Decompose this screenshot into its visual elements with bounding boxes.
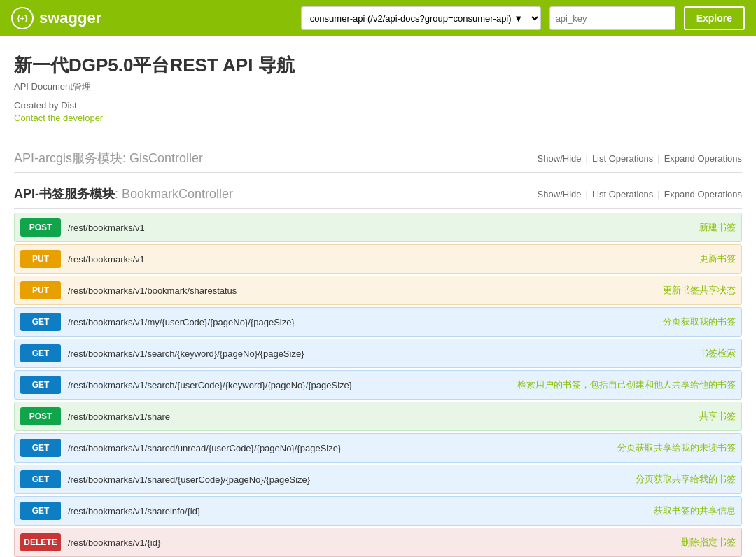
table-row[interactable]: GET/rest/bookmarks/v1/shareinfo/{id}获取书签… [14, 496, 742, 526]
api-path: /rest/bookmarks/v1 [68, 223, 666, 233]
api-description: 分页获取共享给我的未读书签 [617, 442, 736, 454]
table-row[interactable]: GET/rest/bookmarks/v1/shared/{userCode}/… [14, 465, 742, 494]
table-row[interactable]: POST/rest/bookmarks/v1/share共享书签 [14, 402, 742, 431]
contact-link[interactable]: Contact the developer [14, 113, 103, 123]
api-path: /rest/bookmarks/v1/search/{keyword}/{pag… [68, 348, 666, 359]
bookmark-expand-ops[interactable]: Expand Operations [664, 189, 742, 199]
api-path: /rest/bookmarks/v1/bookmark/sharestatus [68, 285, 663, 296]
section-bookmark-header: API-书签服务模块: BookmarkController Show/Hide… [14, 180, 742, 209]
section-arcgis-title: API-arcgis服务模块: GisController [14, 150, 203, 167]
method-badge: PUT [20, 281, 61, 299]
section-bookmark-actions: Show/Hide | List Operations | Expand Ope… [538, 189, 742, 199]
api-description: 更新书签 [666, 253, 736, 265]
logo-text: swagger [39, 9, 102, 27]
method-badge: GET [20, 439, 61, 457]
arcgis-expand-ops[interactable]: Expand Operations [664, 153, 742, 164]
api-path: /rest/bookmarks/v1/my/{userCode}/{pageNo… [68, 317, 663, 327]
explore-button[interactable]: Explore [684, 6, 745, 30]
section-bookmark-title: API-书签服务模块: BookmarkController [14, 185, 233, 202]
page-title: 新一代DGP5.0平台REST API 导航 [14, 53, 742, 78]
table-row[interactable]: GET/rest/bookmarks/v1/my/{userCode}/{pag… [14, 307, 742, 337]
section-arcgis: API-arcgis服务模块: GisController Show/Hide … [14, 144, 742, 173]
method-badge: PUT [20, 250, 61, 268]
bookmark-show-hide[interactable]: Show/Hide [538, 189, 582, 199]
table-row[interactable]: DELETE/rest/bookmarks/v1/{id}删除指定书签 [14, 528, 742, 557]
api-path: /rest/bookmarks/v1/share [68, 411, 666, 422]
created-by: Created by Dist [14, 100, 742, 111]
logo: {+} swagger [11, 7, 102, 29]
api-description: 新建书签 [666, 221, 736, 234]
table-row[interactable]: GET/rest/bookmarks/v1/shared/unread/{use… [14, 433, 742, 463]
section-arcgis-header: API-arcgis服务模块: GisController Show/Hide … [14, 144, 742, 173]
table-row[interactable]: PUT/rest/bookmarks/v1/bookmark/sharestat… [14, 276, 742, 305]
method-badge: GET [20, 313, 61, 331]
logo-icon: {+} [11, 7, 34, 29]
api-select[interactable]: consumer-api (/v2/api-docs?group=consume… [301, 6, 541, 30]
arcgis-list-ops[interactable]: List Operations [592, 153, 653, 164]
api-path: /rest/bookmarks/v1/shareinfo/{id} [68, 506, 654, 516]
table-row[interactable]: PUT/rest/bookmarks/v1更新书签 [14, 244, 742, 274]
method-badge: POST [20, 407, 61, 425]
table-row[interactable]: GET/rest/bookmarks/v1/search/{keyword}/{… [14, 339, 742, 368]
bookmark-divider-1: | [585, 189, 587, 199]
api-key-input[interactable] [550, 6, 676, 30]
api-path: /rest/bookmarks/v1/shared/{userCode}/{pa… [68, 474, 636, 485]
method-badge: GET [20, 344, 61, 362]
bookmark-list-ops[interactable]: List Operations [592, 189, 653, 199]
arcgis-divider-1: | [585, 153, 587, 164]
app-header: {+} swagger consumer-api (/v2/api-docs?g… [0, 0, 756, 36]
api-description: 分页获取共享给我的书签 [636, 473, 736, 486]
api-description: 更新书签共享状态 [663, 284, 736, 297]
api-description: 获取书签的共享信息 [654, 505, 736, 517]
page-subtitle: API Document管理 [14, 80, 742, 93]
table-row[interactable]: GET/rest/bookmarks/v1/search/{userCode}/… [14, 370, 742, 400]
method-badge: GET [20, 502, 61, 520]
method-badge: POST [20, 218, 61, 237]
section-arcgis-actions: Show/Hide | List Operations | Expand Ope… [538, 153, 742, 164]
api-path: /rest/bookmarks/v1/shared/unread/{userCo… [68, 443, 617, 453]
main-content: 新一代DGP5.0平台REST API 导航 API Document管理 Cr… [0, 36, 756, 557]
api-path: /rest/bookmarks/v1/search/{userCode}/{ke… [68, 380, 517, 390]
arcgis-divider-2: | [657, 153, 659, 164]
api-description: 书签检索 [666, 347, 736, 360]
arcgis-show-hide[interactable]: Show/Hide [538, 153, 582, 164]
section-bookmark: API-书签服务模块: BookmarkController Show/Hide… [14, 180, 742, 557]
table-row[interactable]: POST/rest/bookmarks/v1新建书签 [14, 213, 742, 242]
method-badge: DELETE [20, 533, 61, 551]
api-path: /rest/bookmarks/v1 [68, 254, 666, 265]
api-description: 删除指定书签 [666, 536, 736, 549]
api-rows: POST/rest/bookmarks/v1新建书签PUT/rest/bookm… [14, 213, 742, 557]
api-description: 共享书签 [666, 410, 736, 423]
method-badge: GET [20, 376, 61, 394]
bookmark-divider-2: | [657, 189, 659, 199]
method-badge: GET [20, 470, 61, 488]
api-description: 检索用户的书签，包括自己创建和他人共享给他的书签 [517, 379, 736, 391]
api-path: /rest/bookmarks/v1/{id} [68, 537, 666, 548]
api-description: 分页获取我的书签 [663, 316, 736, 328]
